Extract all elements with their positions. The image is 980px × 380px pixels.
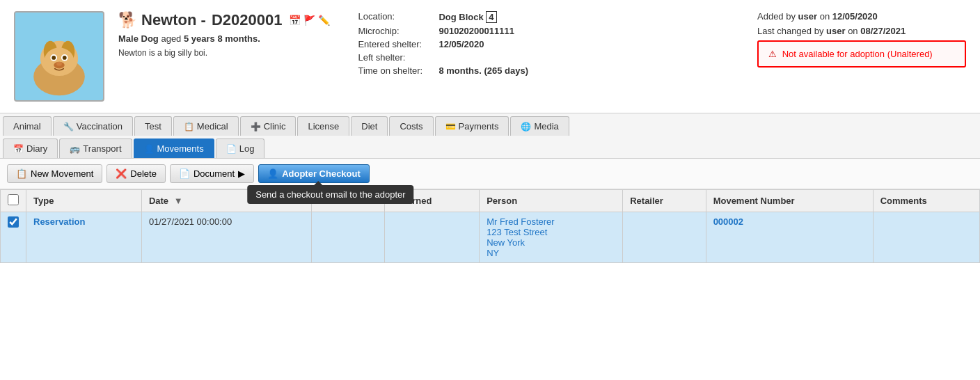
document-arrow-icon: ▶ xyxy=(238,168,245,179)
log-tab-label: Log xyxy=(239,143,255,154)
location-row: Location: Dog Block 4 xyxy=(358,11,553,23)
movements-table: Type Date ▼ Status Returned Person Retai… xyxy=(0,189,980,263)
tab-medical[interactable]: 📋Medical xyxy=(173,116,239,136)
tab-vaccination[interactable]: 🔧Vaccination xyxy=(53,116,133,136)
added-info: Added by user on 12/05/2020 xyxy=(757,11,966,22)
vaccination-tab-label: Vaccination xyxy=(77,121,122,132)
clinic-tab-icon: ➕ xyxy=(251,122,261,132)
tab-costs[interactable]: Costs xyxy=(389,116,433,136)
new-movement-button[interactable]: 📋 New Movement xyxy=(7,164,102,183)
changed-info: Last changed by user on 08/27/2021 xyxy=(757,26,966,36)
col-comments: Comments xyxy=(873,190,979,212)
license-tab-label: License xyxy=(308,121,339,132)
tab-log[interactable]: 📄Log xyxy=(216,138,265,158)
adopter-checkout-button[interactable]: 👤 Adopter Checkout xyxy=(258,164,370,183)
animal-bio: Newton is a big silly boi. xyxy=(118,48,330,58)
entered-row: Entered shelter: 12/05/2020 xyxy=(358,39,553,49)
media-tab-icon: 🌐 xyxy=(521,122,531,132)
animal-description: Male Dog aged 5 years 8 months. xyxy=(118,33,330,44)
adoption-status-box: ⚠ Not available for adoption (Unaltered) xyxy=(757,40,966,68)
tab-clinic[interactable]: ➕Clinic xyxy=(240,116,297,136)
edit-icon[interactable]: ✏️ xyxy=(318,15,330,26)
header-checkbox-col xyxy=(1,190,26,212)
payments-tab-icon: 💳 xyxy=(445,122,456,132)
tab-diet[interactable]: Diet xyxy=(351,116,388,136)
animal-tab-label: Animal xyxy=(13,121,41,132)
media-tab-label: Media xyxy=(534,121,558,132)
type-link[interactable]: Reservation xyxy=(33,216,85,227)
delete-button[interactable]: ❌ Delete xyxy=(106,164,166,183)
col-date[interactable]: Date ▼ xyxy=(141,190,311,212)
new-movement-icon: 📋 xyxy=(16,168,27,179)
document-button[interactable]: 📄 Document ▶ xyxy=(170,164,254,183)
person-name-link[interactable]: Mr Fred Fosterer xyxy=(487,216,615,227)
tab-diary[interactable]: 📅Diary xyxy=(3,138,58,158)
toolbar: 📋 New Movement ❌ Delete 📄 Document ▶ 👤 A… xyxy=(0,159,980,189)
microchip-row: Microchip: 901020200011111 xyxy=(358,26,553,36)
warning-icon: ⚠ xyxy=(768,49,777,59)
movements-table-container: Type Date ▼ Status Returned Person Retai… xyxy=(0,189,980,263)
costs-tab-label: Costs xyxy=(400,121,422,132)
tab-test[interactable]: Test xyxy=(134,116,172,136)
svg-point-9 xyxy=(63,56,67,60)
transport-tab-icon: 🚌 xyxy=(70,144,80,154)
col-status: Status xyxy=(311,190,385,212)
row-retailer xyxy=(623,212,706,263)
tabs-container: Animal🔧VaccinationTest📋Medical➕ClinicLic… xyxy=(0,113,980,159)
adopter-checkout-wrapper: 👤 Adopter Checkout Send a checkout email… xyxy=(258,164,370,183)
diet-tab-label: Diet xyxy=(361,121,377,132)
delete-icon: ❌ xyxy=(116,168,127,179)
tabs-row-2: 📅Diary🚌Transport👤Movements📄Log xyxy=(0,136,980,158)
col-movement-number: Movement Number xyxy=(706,190,873,212)
row-checkbox-cell xyxy=(1,212,26,263)
animal-photo-icon: 🐕 xyxy=(118,11,137,29)
tab-movements[interactable]: 👤Movements xyxy=(134,138,214,158)
medical-tab-icon: 📋 xyxy=(184,122,194,132)
row-checkbox[interactable] xyxy=(8,216,19,228)
row-person: Mr Fred Fosterer 123 Test Street New Yor… xyxy=(480,212,623,263)
tab-transport[interactable]: 🚌Transport xyxy=(59,138,132,158)
clinic-tab-label: Clinic xyxy=(264,121,286,132)
animal-status-section: Added by user on 12/05/2020 Last changed… xyxy=(757,11,966,68)
row-movement-number: 000002 xyxy=(706,212,873,263)
person-address: 123 Test Street New York NY xyxy=(487,227,615,258)
animal-action-icons: 📅 🚩 ✏️ xyxy=(289,15,330,26)
row-type: Reservation xyxy=(26,212,142,263)
tab-animal[interactable]: Animal xyxy=(3,116,52,136)
animal-header: 🐕 Newton - D2020001 📅 🚩 ✏️ Male Dog aged… xyxy=(0,0,980,113)
diary-tab-icon: 📅 xyxy=(13,144,24,154)
col-person: Person xyxy=(480,190,623,212)
diary-tab-label: Diary xyxy=(26,143,47,154)
col-retailer: Retailer xyxy=(623,190,706,212)
location-number[interactable]: 4 xyxy=(486,11,496,23)
tab-media[interactable]: 🌐Media xyxy=(510,116,569,136)
animal-photo xyxy=(14,11,104,102)
page: 🐕 Newton - D2020001 📅 🚩 ✏️ Male Dog aged… xyxy=(0,0,980,380)
movements-tab-label: Movements xyxy=(157,143,204,154)
payments-tab-label: Payments xyxy=(459,121,499,132)
col-returned: Returned xyxy=(385,190,480,212)
table-header-row: Type Date ▼ Status Returned Person Retai… xyxy=(1,190,980,212)
log-tab-icon: 📄 xyxy=(226,144,237,154)
row-date: 01/27/2021 00:00:00 xyxy=(141,212,311,263)
svg-point-11 xyxy=(56,62,62,66)
animal-basic-info: 🐕 Newton - D2020001 📅 🚩 ✏️ Male Dog aged… xyxy=(118,11,330,58)
tab-payments[interactable]: 💳Payments xyxy=(435,116,509,136)
tabs-row-1: Animal🔧VaccinationTest📋Medical➕ClinicLic… xyxy=(0,113,980,136)
table-row: Reservation 01/27/2021 00:00:00 Mr Fred … xyxy=(1,212,980,263)
flag-icon[interactable]: 🚩 xyxy=(303,15,315,26)
row-returned xyxy=(385,212,480,263)
tab-license[interactable]: License xyxy=(297,116,349,136)
test-tab-label: Test xyxy=(145,121,161,132)
transport-tab-label: Transport xyxy=(83,143,121,154)
medical-tab-label: Medical xyxy=(197,121,228,132)
sort-arrow-icon: ▼ xyxy=(174,196,183,206)
left-row: Left shelter: xyxy=(358,52,553,63)
movement-number-link[interactable]: 000002 xyxy=(713,216,743,227)
status-text: ⚠ Not available for adoption (Unaltered) xyxy=(768,49,933,59)
animal-details: Location: Dog Block 4 Microchip: 9010202… xyxy=(358,11,553,79)
calendar-icon[interactable]: 📅 xyxy=(289,15,301,26)
time-row: Time on shelter: 8 months. (265 days) xyxy=(358,65,553,76)
select-all-checkbox[interactable] xyxy=(8,194,19,205)
svg-point-8 xyxy=(52,56,56,60)
